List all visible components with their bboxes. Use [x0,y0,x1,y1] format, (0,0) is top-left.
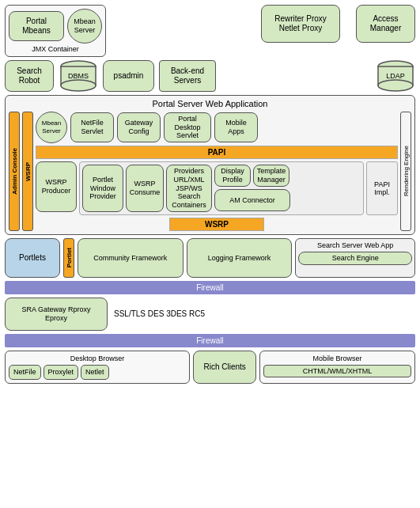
providers-label: Providers URL/XML JSP/WS Search Containe… [172,167,206,210]
row3: Portlets Portlet Community Framework Log… [5,238,415,278]
proxylet-box: Proxylet [44,365,79,380]
backend-servers-box: Back-endServers [159,60,216,92]
jmx-label: JMX Container [9,45,102,53]
inner-components-box: Portlet Window Provider WSRP Consume Pro… [79,161,364,215]
jmx-container: Portal Mbeans Mbean Server JMX Container [5,5,106,57]
mobile-apps-box: Mobile Apps [214,112,258,142]
gateway-config-label: Gateway Config [123,119,155,136]
portal-desktop-servlet-box: Portal Desktop Servlet [164,112,211,142]
logging-framework-label: Logging Framework [208,254,271,263]
display-profile-box: Display Profile [214,165,251,187]
wsrp-consume-label: WSRP Consume [130,180,161,197]
portlets-box: Portlets [5,238,60,278]
wsrp-producer-col: WSRPProducer [36,161,77,215]
firewall1-bar: Firewall [5,281,415,294]
mobile-apps-label: Mobile Apps [220,119,252,136]
netfile-servlet-label: NetFile Servlet [76,119,108,136]
dbms-group: DBMS [59,60,98,92]
mobile-browser-box: Mobile Browser CHTML/WML/XHTML [259,351,415,384]
display-profile-label: Display Profile [220,167,245,184]
portal-desktop-label: Portal Desktop Servlet [169,115,206,140]
search-robot-group: SearchRobot [5,60,54,92]
rich-clients-label: Rich Clients [204,362,246,372]
middle-row: WSRPProducer Portlet Window Provider WSR… [36,161,398,215]
portal-server-container: Portal Server Web Application Admin Cons… [5,95,415,235]
ldap-icon: LDAP [376,60,415,92]
desktop-browser-label: Desktop Browser [9,354,186,362]
chtml-label: CHTML/WML/XHTML [263,365,411,377]
rich-clients-box: Rich Clients [193,351,256,384]
portal-mbean-circle: Mbean Server [36,112,67,143]
section-row1: Portal Mbeans Mbean Server JMX Container… [5,5,415,57]
rendering-engine-bar: Rendering Engine [400,112,411,231]
backend-servers-group: Back-endServers [159,60,216,92]
inner-components-row: Portlet Window Provider WSRP Consume Pro… [82,165,361,212]
jmx-inner: Portal Mbeans Mbean Server [9,9,102,44]
wsrp-bottom-label: WSRP [205,220,229,229]
access-manager-box: Access Manager [356,5,415,43]
sra-gateway-box: SRA Gateway Rproxy Eproxy [5,298,108,331]
ssl-tls-label: SSL/TLS DES 3DES RC5 [114,309,205,320]
portlet-label: Portlet [64,246,74,269]
portal-mbeans-label: Portal Mbeans [14,17,59,36]
inner-portal: Mbean Server NetFile Servlet Gateway Con… [36,112,398,231]
template-manager-label: Template Manager [257,167,286,184]
dbms-icon: DBMS [59,60,98,92]
portlet-window-provider-label: Portlet Window Provider [88,176,118,201]
firewall2-bar: Firewall [5,334,415,347]
netfile-label: NetFile [13,368,36,377]
sra-row: SRA Gateway Rproxy Eproxy SSL/TLS DES 3D… [5,298,415,331]
netfile-box: NetFile [9,365,41,380]
community-framework-box: Community Framework [78,238,184,278]
search-server-webapp-box: Search Server Web App Search Engine [295,238,415,278]
portal-mbeans-box: Portal Mbeans [9,11,64,41]
top-components-row: Mbean Server NetFile Servlet Gateway Con… [36,112,398,143]
desktop-browser-box: Desktop Browser NetFile Proxylet Netlet [5,351,190,384]
portal-mbean-label: Mbean Server [36,119,66,135]
papi-impl-label: PAPI Impl. [369,180,395,196]
mbean-server-circle: Mbean Server [67,9,102,44]
search-robot-label: SearchRobot [17,66,42,85]
search-server-webapp-label: Search Server Web App [298,241,412,250]
sra-gateway-label: SRA Gateway Rproxy Eproxy [10,305,102,323]
desktop-browser-tools: NetFile Proxylet Netlet [9,365,186,380]
rewriter-proxy-box: Rewriter ProxyNetlet Proxy [261,5,340,43]
netfile-servlet-box: NetFile Servlet [70,112,114,142]
search-engine-box: Search Engine [298,252,412,265]
mbean-server-label: Mbean Server [68,17,101,35]
papi-label: PAPI [208,148,226,157]
rewriter-proxy-label: Rewriter ProxyNetlet Proxy [274,14,327,33]
admin-console-bar: Admin Console [9,112,20,231]
template-manager-box: Template Manager [253,165,289,187]
admin-console-label: Admin Console [9,146,20,196]
portlets-label: Portlets [19,253,46,263]
papi-impl-box: PAPI Impl. [366,161,398,215]
wsrp-producer-group: WSRP [22,112,33,231]
bottom-row: Desktop Browser NetFile Proxylet Netlet … [5,351,415,384]
am-connector-box: AM Connector [214,189,290,211]
portal-main-layout: Admin Console WSRP Mbean Server NetFile … [9,112,411,231]
main-diagram: Portal Mbeans Mbean Server JMX Container… [0,0,420,389]
access-manager-label: Access Manager [361,14,410,33]
svg-text:LDAP: LDAP [386,72,405,80]
community-framework-label: Community Framework [93,254,167,263]
wsrp-bottom-row: WSRP [36,218,398,231]
svg-point-6 [378,80,413,91]
portlet-bar: Portlet [63,238,74,278]
svg-point-2 [61,80,96,91]
papi-bar: PAPI [36,146,398,159]
section-row2: SearchRobot DBMS psadmin Back-endServers [5,60,415,92]
wsrp-side-bar: WSRP [22,112,33,231]
netlet-label: Netlet [85,368,104,377]
ldap-group: LDAP [376,60,415,92]
psadmin-label: psadmin [114,71,144,81]
am-connector-label: AM Connector [229,196,275,205]
psadmin-box: psadmin [103,60,154,92]
search-engine-label: Search Engine [332,254,379,263]
wsrp-side-label: WSRP [23,161,33,183]
providers-box: Providers URL/XML JSP/WS Search Containe… [166,165,212,212]
rendering-engine-label: Rendering Engine [401,144,411,198]
logging-framework-box: Logging Framework [187,238,293,278]
gateway-config-box: Gateway Config [117,112,161,142]
portlet-window-provider-box: Portlet Window Provider [82,165,123,212]
